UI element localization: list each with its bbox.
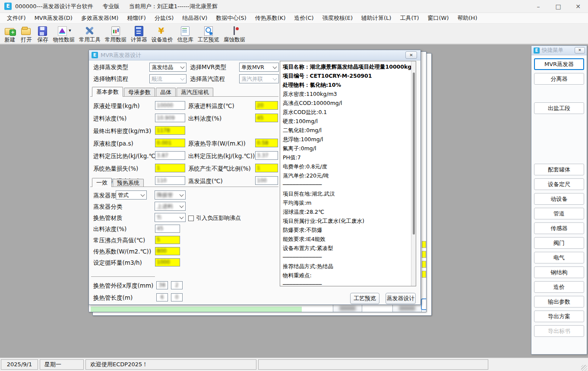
menu-item[interactable]: 多效蒸发器(M): [77, 13, 123, 23]
quick-menu-button[interactable]: 配套罐体: [534, 164, 584, 175]
form-input[interactable]: 20: [255, 101, 278, 110]
form-input[interactable]: 45: [255, 114, 278, 122]
form-input[interactable]: 10000: [155, 101, 185, 110]
quick-menu-group: 出盐工段: [531, 102, 587, 114]
status-bar: 2025/9/1 星期一 欢迎使用ECDP2025！: [0, 358, 588, 371]
project-info-panel[interactable]: 项目名称：湖北康景辉蒸发结晶项目处理量10000kgh项目编号：CET10CRY…: [280, 61, 416, 286]
form-input[interactable]: 10.909: [155, 114, 185, 122]
scrollbar-thumb[interactable]: [413, 73, 415, 235]
form-input[interactable]: 800: [155, 247, 180, 255]
close-button[interactable]: ✕: [568, 0, 588, 13]
background-cell: [422, 261, 426, 268]
form-input[interactable]: 1000: [155, 258, 180, 266]
form-input[interactable]: 38: [156, 281, 168, 289]
evap-type-select[interactable]: 蒸发结晶: [149, 63, 187, 72]
checkbox-label: 引入负压影响沸点: [196, 214, 241, 222]
menu-item[interactable]: 窗口(W): [424, 13, 453, 23]
tube-material-select[interactable]: Ti: [155, 213, 186, 222]
form-input[interactable]: 1178: [155, 126, 185, 135]
dialog-titlebar[interactable]: E MVR蒸发器设计 ✕: [89, 50, 420, 60]
quick-menu-button[interactable]: 钢结构: [534, 266, 584, 278]
quick-menu-button[interactable]: 导出方案: [534, 311, 584, 322]
menu-item[interactable]: MVR蒸发器(D): [30, 13, 77, 23]
menu-item[interactable]: 数据中心(S): [212, 13, 250, 23]
tab[interactable]: 母液参数: [124, 88, 155, 97]
info-line: ────────────: [283, 253, 410, 262]
toolbar-button[interactable]: 设备造价: [149, 25, 175, 44]
quick-menu-button[interactable]: 管道: [534, 208, 584, 219]
info-line: 二氧化硅:0mg/l: [283, 126, 410, 135]
mvr-type-select[interactable]: 单效MVR: [239, 63, 279, 72]
evaporator-subform-select[interactable]: 降膜管: [155, 190, 186, 200]
form-input[interactable]: 110: [155, 176, 185, 185]
blurred-label: [399, 306, 415, 311]
menu-item[interactable]: 工具(T): [395, 13, 423, 23]
form-input[interactable]: 45: [155, 225, 180, 233]
menu-item[interactable]: 帮助(H): [453, 13, 482, 23]
info-line: 能效要求:IE4能效: [283, 235, 410, 244]
quick-menu-close-button[interactable]: ✕: [575, 47, 585, 54]
quick-menu-button[interactable]: 阀门: [534, 237, 584, 249]
toolbar-button[interactable]: 常用工具: [77, 25, 103, 44]
tab[interactable]: 蒸汽压缩机: [177, 88, 213, 97]
tab[interactable]: 晶体: [156, 88, 176, 97]
toolbar-button[interactable]: ▼ 物性数据: [51, 25, 77, 44]
form-input[interactable]: 1: [255, 164, 278, 172]
quick-menu-button[interactable]: 造价: [534, 281, 584, 293]
form-input[interactable]: 3.87: [155, 151, 185, 160]
field-label: 选择MVR类型: [190, 63, 226, 71]
form-input[interactable]: 1: [155, 164, 185, 172]
quick-menu-button[interactable]: 输出参数: [534, 296, 584, 308]
toolbar-button[interactable]: 计算器: [129, 25, 149, 44]
tab[interactable]: 基本参数: [92, 87, 123, 97]
process-preview-button[interactable]: 工艺预览: [350, 293, 379, 304]
evaporator-design-button[interactable]: 蒸发器设计: [386, 293, 416, 304]
quick-menu-titlebar[interactable]: E 快捷菜单 ✕: [531, 46, 587, 55]
form-input[interactable]: 0.58: [255, 139, 278, 147]
scrollbar[interactable]: [411, 61, 416, 286]
form-input[interactable]: 100: [255, 176, 278, 185]
menu-item[interactable]: 造价(C): [290, 13, 318, 23]
form-input[interactable]: 5: [155, 236, 180, 244]
menu-item[interactable]: 文件(F): [3, 13, 30, 23]
toolbar-button[interactable]: 工艺预览: [196, 25, 221, 44]
form-input[interactable]: 3.37: [255, 151, 278, 160]
tube-form: 换热管外径x厚度(mm) 38 2 换热管长度(m) 6 0: [92, 280, 278, 304]
quick-menu-button[interactable]: 出盐工段: [534, 102, 584, 114]
info-line: 项目编号：CET10CRY-M-250901: [283, 71, 410, 80]
toolbar-button[interactable]: 信息库: [175, 25, 196, 44]
background-button: [421, 298, 427, 310]
menu-item[interactable]: 分盐(S): [150, 13, 178, 23]
checkbox[interactable]: [188, 216, 194, 221]
quick-menu-button[interactable]: 传感器: [534, 222, 584, 234]
field-label: 系统产生不凝气比例(%): [188, 165, 251, 173]
menu-item[interactable]: 结晶器(V): [178, 13, 212, 23]
quick-menu-button[interactable]: 电气: [534, 252, 584, 263]
evaporator-class-select[interactable]: 上进料: [155, 202, 186, 211]
quick-menu-button[interactable]: 导出标书: [534, 325, 584, 337]
menu-item[interactable]: 强度校核(E): [318, 13, 357, 23]
evaporator-form-select[interactable]: 管式: [116, 190, 147, 200]
form-input[interactable]: 6: [156, 293, 168, 301]
quick-menu-button[interactable]: MVR蒸发器: [534, 58, 584, 70]
minimize-button[interactable]: –: [528, 0, 548, 13]
dialog-close-button[interactable]: ✕: [405, 51, 417, 59]
form-input[interactable]: 0: [171, 293, 183, 301]
tab[interactable]: 一效: [92, 178, 112, 187]
quick-menu-button[interactable]: 设备定尺: [534, 178, 584, 190]
resize-grip-icon[interactable]: [581, 365, 587, 371]
maximize-button[interactable]: □: [548, 0, 568, 13]
toolbar-button[interactable]: 打开: [18, 25, 35, 44]
quick-menu-button[interactable]: 动设备: [534, 193, 584, 205]
toolbar-button[interactable]: 腐蚀数据: [221, 25, 247, 44]
form-input[interactable]: 2: [171, 281, 183, 289]
toolbar-button[interactable]: 保存: [35, 25, 51, 44]
menu-item[interactable]: 传热系数(K): [251, 13, 290, 23]
tab[interactable]: 预热系统: [113, 179, 144, 187]
quick-menu-button[interactable]: 分离器: [534, 73, 584, 85]
form-input[interactable]: 0.001: [155, 139, 185, 147]
menu-item[interactable]: 辅助计算(L): [357, 13, 395, 23]
menu-item[interactable]: 精馏(F): [123, 13, 150, 23]
toolbar-button[interactable]: 常用数据: [103, 25, 129, 44]
toolbar-button[interactable]: 新建: [2, 25, 18, 44]
